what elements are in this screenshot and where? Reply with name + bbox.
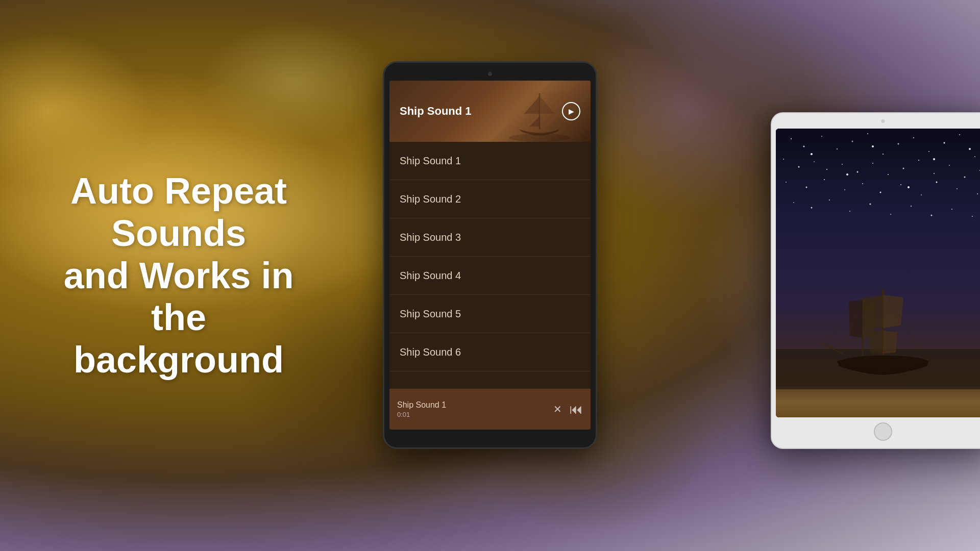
- svg-point-6: [803, 146, 805, 147]
- svg-point-35: [824, 179, 825, 180]
- svg-line-72: [822, 343, 842, 354]
- svg-point-52: [951, 209, 952, 210]
- svg-point-12: [898, 143, 899, 145]
- svg-point-30: [949, 165, 950, 166]
- hero-line3: background: [74, 339, 284, 380]
- hero-line1: Auto Repeat Sounds: [70, 170, 287, 254]
- ship-scene: [776, 305, 980, 417]
- svg-point-13: [913, 137, 914, 138]
- svg-point-43: [977, 193, 978, 194]
- svg-point-47: [849, 211, 850, 212]
- hero-line2: and Works in the: [64, 255, 294, 338]
- list-item[interactable]: Ship Sound 6: [389, 333, 591, 371]
- svg-point-22: [826, 169, 827, 170]
- sound-item-label: Ship Sound 2: [400, 193, 461, 205]
- svg-point-54: [811, 153, 813, 155]
- svg-point-8: [837, 148, 838, 149]
- svg-point-42: [957, 188, 958, 189]
- svg-point-27: [903, 168, 904, 169]
- svg-point-46: [829, 199, 830, 201]
- svg-point-45: [811, 207, 813, 209]
- svg-point-4: [509, 134, 570, 142]
- svg-point-49: [890, 214, 891, 215]
- svg-point-29: [934, 173, 935, 174]
- svg-point-44: [793, 202, 794, 203]
- player-controls: ✕ ⏮: [553, 402, 583, 417]
- hero-text-block: Auto Repeat Sounds and Works in the back…: [0, 170, 357, 381]
- list-item[interactable]: Ship Sound 4: [389, 257, 591, 295]
- svg-point-20: [798, 166, 800, 168]
- svg-point-40: [921, 194, 922, 195]
- svg-point-59: [908, 186, 910, 188]
- devices-section: Ship Sound 1 ▶ Ship Sound 1 Ship Sound 2…: [357, 0, 980, 551]
- svg-point-38: [880, 192, 881, 193]
- svg-point-14: [928, 151, 929, 152]
- svg-point-34: [806, 187, 807, 188]
- svg-point-33: [786, 182, 787, 183]
- svg-point-51: [931, 215, 933, 216]
- svg-point-23: [842, 164, 843, 165]
- svg-point-31: [964, 177, 966, 178]
- svg-point-28: [918, 160, 919, 161]
- time-display: 0:01: [397, 411, 553, 418]
- ipad-black: Ship Sound 1 ▶ Ship Sound 1 Ship Sound 2…: [383, 61, 597, 449]
- list-item[interactable]: Ship Sound 5: [389, 295, 591, 333]
- ship-svg-main: [812, 287, 954, 389]
- camera-dot-white: [881, 119, 885, 123]
- svg-point-39: [900, 184, 901, 185]
- svg-point-15: [944, 142, 945, 144]
- svg-point-9: [852, 141, 853, 142]
- sound-list: Ship Sound 1 Ship Sound 2 Ship Sound 3 S…: [389, 142, 591, 389]
- now-playing-title: Ship Sound 1: [397, 400, 553, 410]
- camera-dot-black: [488, 72, 492, 76]
- svg-point-58: [846, 173, 848, 176]
- ipad-black-screen: Ship Sound 1 ▶ Ship Sound 1 Ship Sound 2…: [389, 81, 591, 430]
- main-content: Auto Repeat Sounds and Works in the back…: [0, 0, 980, 551]
- sound-item-label: Ship Sound 3: [400, 232, 461, 243]
- home-button-white-ipad[interactable]: [874, 422, 892, 441]
- svg-point-16: [959, 134, 960, 135]
- sand-ground: [776, 387, 980, 417]
- svg-point-25: [872, 163, 873, 164]
- ipad-white: [771, 112, 980, 449]
- svg-point-21: [814, 161, 815, 162]
- svg-point-50: [911, 206, 912, 207]
- sound-item-label: Ship Sound 5: [400, 308, 461, 320]
- svg-point-36: [844, 189, 845, 190]
- svg-point-56: [933, 158, 935, 160]
- svg-marker-1: [524, 96, 540, 114]
- ipad-black-header: Ship Sound 1 ▶: [389, 81, 591, 142]
- play-button[interactable]: ▶: [562, 102, 580, 120]
- svg-marker-2: [540, 96, 555, 114]
- starfield: [776, 129, 980, 417]
- svg-point-19: [783, 159, 784, 160]
- sound-item-label: Ship Sound 6: [400, 346, 461, 358]
- header-sound-title: Ship Sound 1: [400, 105, 472, 118]
- svg-point-5: [791, 138, 792, 139]
- svg-point-7: [821, 136, 822, 137]
- svg-point-48: [870, 204, 871, 205]
- svg-point-53: [972, 216, 973, 217]
- svg-point-41: [936, 182, 938, 183]
- svg-marker-66: [883, 295, 903, 328]
- svg-point-17: [974, 156, 975, 157]
- now-playing-bar: Ship Sound 1 0:01 ✕ ⏮: [389, 389, 591, 430]
- list-item[interactable]: Ship Sound 3: [389, 218, 591, 257]
- sound-item-label: Ship Sound 4: [400, 270, 461, 282]
- svg-marker-68: [883, 331, 897, 354]
- svg-point-24: [857, 171, 859, 173]
- svg-point-11: [883, 154, 884, 155]
- play-icon: ▶: [569, 107, 574, 115]
- svg-marker-71: [849, 300, 863, 338]
- list-item[interactable]: Ship Sound 1: [389, 142, 591, 180]
- svg-point-37: [862, 183, 863, 184]
- ipad-white-screen: [776, 129, 980, 417]
- svg-point-26: [888, 174, 889, 175]
- svg-marker-3: [529, 116, 540, 127]
- sound-item-label: Ship Sound 1: [400, 155, 461, 167]
- list-item[interactable]: Ship Sound 2: [389, 180, 591, 218]
- shuffle-icon[interactable]: ✕: [553, 403, 562, 415]
- svg-point-10: [867, 133, 868, 134]
- back-icon[interactable]: ⏮: [570, 402, 583, 417]
- svg-point-55: [872, 145, 874, 147]
